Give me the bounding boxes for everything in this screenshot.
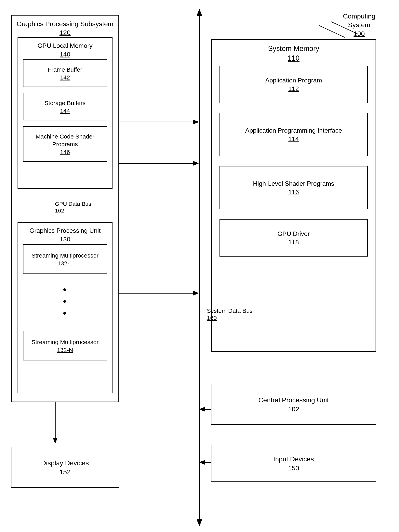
gpu-driver-number: 118 bbox=[288, 239, 299, 246]
display-devices-box: Display Devices 152 bbox=[11, 447, 119, 488]
storage-buffers-number: 144 bbox=[60, 108, 70, 114]
graphics-subsystem-box: Graphics Processing Subsystem 120 GPU Lo… bbox=[11, 15, 119, 402]
application-program-title: Application Program bbox=[265, 76, 322, 85]
frame-buffer-title: Frame Buffer bbox=[48, 66, 82, 73]
gpu-local-memory-title: GPU Local Memory bbox=[18, 42, 112, 50]
application-program-box: Application Program 112 bbox=[220, 66, 368, 103]
gpu-driver-title: GPU Driver bbox=[277, 230, 310, 238]
input-devices-number: 150 bbox=[288, 464, 299, 472]
svg-marker-16 bbox=[53, 438, 58, 444]
application-program-number: 112 bbox=[288, 85, 299, 92]
frame-buffer-number: 142 bbox=[60, 74, 70, 81]
svg-marker-20 bbox=[199, 460, 205, 465]
system-data-bus-label: System Data Bus 160 bbox=[207, 307, 253, 321]
svg-line-21 bbox=[319, 25, 345, 37]
cpu-title: Central Processing Unit bbox=[258, 396, 329, 404]
system-memory-title: System Memory bbox=[212, 44, 376, 53]
gpu-local-memory-box: GPU Local Memory 140 Frame Buffer 142 St… bbox=[18, 37, 112, 189]
api-title: Application Programming Interface bbox=[245, 127, 342, 135]
svg-marker-13 bbox=[193, 291, 199, 296]
streaming-mp-1-title: Streaming Multiprocessor bbox=[32, 252, 98, 259]
system-memory-box: System Memory 110 Application Program 11… bbox=[211, 39, 376, 352]
api-box: Application Programming Interface 114 bbox=[220, 113, 368, 156]
ellipsis: ••• bbox=[18, 284, 112, 319]
computing-system-label: ComputingSystem 100 bbox=[343, 12, 375, 38]
svg-marker-4 bbox=[193, 120, 199, 124]
cpu-number: 102 bbox=[288, 405, 299, 413]
machine-code-shader-title: Machine Code Shader Programs bbox=[23, 133, 107, 148]
display-devices-number: 152 bbox=[59, 468, 71, 476]
frame-buffer-box: Frame Buffer 142 bbox=[23, 59, 107, 87]
streaming-mp-1-number: 132-1 bbox=[58, 260, 73, 267]
streaming-mp-n-title: Streaming Multiprocessor bbox=[32, 338, 98, 346]
gpu-local-memory-number: 140 bbox=[18, 51, 112, 58]
gpu-number: 130 bbox=[18, 236, 112, 243]
svg-marker-18 bbox=[199, 407, 205, 412]
cpu-box: Central Processing Unit 102 bbox=[211, 384, 376, 425]
diagram: ComputingSystem 100 Graphics Processing … bbox=[0, 0, 399, 532]
svg-marker-1 bbox=[197, 9, 202, 16]
api-number: 114 bbox=[288, 135, 299, 143]
gpu-title: Graphics Processing Unit bbox=[18, 227, 112, 235]
graphics-subsystem-title: Graphics Processing Subsystem bbox=[12, 19, 118, 28]
gpu-box: Graphics Processing Unit 130 Streaming M… bbox=[18, 222, 112, 393]
gpu-driver-box: GPU Driver 118 bbox=[220, 219, 368, 257]
machine-code-shader-box: Machine Code Shader Programs 146 bbox=[23, 126, 107, 162]
svg-marker-7 bbox=[193, 161, 199, 166]
input-devices-box: Input Devices 150 bbox=[211, 445, 376, 482]
high-level-shader-box: High-Level Shader Programs 116 bbox=[220, 166, 368, 209]
streaming-mp-n-box: Streaming Multiprocessor 132-N bbox=[23, 331, 107, 361]
gpu-data-bus-label: GPU Data Bus 162 bbox=[55, 201, 91, 214]
system-memory-number: 110 bbox=[212, 54, 376, 62]
streaming-mp-n-number: 132-N bbox=[57, 347, 73, 353]
svg-marker-2 bbox=[197, 519, 202, 526]
storage-buffers-box: Storage Buffers 144 bbox=[23, 93, 107, 120]
input-devices-title: Input Devices bbox=[273, 455, 314, 463]
high-level-shader-number: 116 bbox=[288, 189, 299, 196]
display-devices-title: Display Devices bbox=[41, 459, 89, 467]
graphics-subsystem-number: 120 bbox=[12, 29, 118, 37]
machine-code-shader-number: 146 bbox=[60, 149, 70, 155]
high-level-shader-title: High-Level Shader Programs bbox=[253, 180, 334, 188]
storage-buffers-title: Storage Buffers bbox=[45, 99, 85, 107]
streaming-mp-1-box: Streaming Multiprocessor 132-1 bbox=[23, 244, 107, 274]
